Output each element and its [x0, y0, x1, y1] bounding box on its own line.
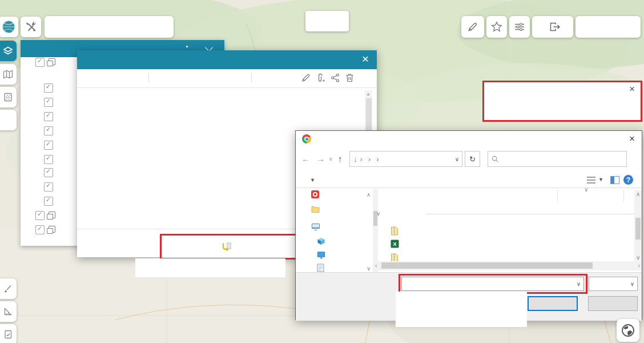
layer-symbol-icon [53, 197, 62, 206]
sidebar-scrollbar[interactable] [373, 189, 378, 272]
edit-button[interactable] [461, 16, 484, 38]
report-tool-button[interactable] [0, 324, 17, 343]
layer-checkbox[interactable] [44, 168, 53, 177]
layer-checkbox[interactable] [44, 112, 53, 121]
layer-checkbox[interactable] [35, 58, 45, 67]
zip-file-icon [391, 226, 399, 236]
filetype-dropdown-icon[interactable]: ∨ [630, 281, 634, 287]
toolbar-separator [296, 188, 642, 188]
layer-symbol-icon [53, 112, 62, 121]
open-button[interactable] [528, 296, 578, 311]
sidebar-item-desktop[interactable] [296, 250, 370, 261]
threed-tool-button[interactable] [0, 110, 17, 130]
language-switcher[interactable] [575, 16, 641, 38]
layer-checkbox[interactable] [35, 225, 45, 234]
globe-icon [621, 324, 635, 337]
task-result-toast: × [482, 81, 642, 122]
layer-checkbox[interactable] [44, 155, 53, 164]
tab-separator [251, 73, 252, 82]
legend-tool-button[interactable] [0, 87, 17, 107]
file-name-combobox[interactable]: ∨ [401, 277, 584, 291]
delete-icon[interactable] [345, 73, 354, 82]
favorites-button[interactable] [486, 16, 507, 38]
annotation-step1 [135, 258, 285, 277]
help-icon[interactable]: ? [623, 175, 633, 185]
layer-checkbox[interactable] [44, 141, 53, 150]
sidebar-item-knopka[interactable] [296, 204, 370, 216]
measure-tool-button[interactable] [0, 301, 17, 322]
sidebar-item-3d-objects[interactable] [296, 236, 370, 248]
edit-feature-icon[interactable] [301, 73, 311, 82]
downloads-folder-icon: ↓ [353, 155, 357, 163]
open-dialog-titlebar[interactable]: × [296, 131, 642, 147]
history-chevron-icon[interactable]: ∨ [329, 156, 333, 162]
up-icon[interactable]: ↑ [338, 154, 343, 163]
logout-icon [550, 22, 560, 31]
layer-checkbox[interactable] [44, 98, 53, 107]
layer-checkbox[interactable] [44, 126, 53, 135]
annotation-step2 [396, 292, 527, 327]
search-icon [492, 155, 499, 163]
sort-indicator-icon: ∨ [584, 186, 588, 193]
column-divider[interactable] [557, 190, 558, 202]
feature-dialog-close-icon[interactable]: × [362, 52, 369, 66]
map-tab-tooltip [305, 11, 349, 31]
basemap-globe-button[interactable] [617, 319, 639, 342]
breadcrumb[interactable]: ↓ › › › ∨ [349, 151, 462, 167]
tools-button[interactable] [21, 17, 41, 37]
file-type-combobox[interactable]: ∨ [589, 277, 638, 291]
settings-button[interactable] [509, 16, 530, 38]
layer-checkbox[interactable] [44, 197, 53, 206]
sliders-icon [514, 22, 525, 32]
filelist-hscrollbar[interactable]: ‹ › [373, 261, 642, 270]
open-dialog-close-icon[interactable]: × [629, 133, 635, 145]
layer-symbol-icon [53, 182, 62, 192]
file-name-input[interactable] [402, 279, 577, 289]
layer-checkbox[interactable] [35, 211, 45, 220]
preview-pane-icon[interactable] [610, 176, 619, 184]
import-highlight-box [160, 234, 297, 260]
file-group-header[interactable]: ∨ [376, 209, 384, 217]
explorer-search[interactable] [488, 151, 627, 167]
layer-group-icon [49, 212, 55, 218]
sidebar-scroll-down-icon[interactable]: ∨ [367, 265, 371, 272]
forward-icon[interactable]: → [316, 154, 325, 163]
filelist-vscrollbar[interactable]: ∧ ∨ [634, 190, 642, 261]
user-logout-button[interactable] [532, 16, 573, 38]
sidebar-scroll-up-icon[interactable]: ∧ [367, 192, 371, 198]
attach-file-icon[interactable] [316, 73, 325, 83]
filename-dropdown-icon[interactable]: ∨ [577, 281, 581, 287]
feature-dialog-header[interactable]: × [77, 50, 377, 69]
share-icon[interactable] [331, 73, 340, 82]
search-input[interactable] [51, 22, 168, 33]
back-icon[interactable]: ← [301, 154, 310, 163]
layer-symbol-icon [53, 168, 62, 177]
view-mode-icon[interactable] [587, 177, 595, 184]
legend-icon [3, 93, 13, 102]
column-divider[interactable] [623, 190, 624, 202]
basemaps-tool-button[interactable] [0, 64, 17, 85]
sidebar-item-version[interactable]: ∧ [296, 189, 370, 201]
map-search[interactable] [45, 16, 174, 38]
breadcrumb-separator: › [368, 155, 371, 163]
breadcrumb-dropdown-icon[interactable]: ∨ [455, 156, 459, 162]
layer-symbol-icon [53, 126, 62, 135]
cancel-button[interactable] [588, 296, 638, 311]
app-logo-button[interactable] [0, 17, 18, 37]
organize-menu[interactable]: ▼ [310, 175, 315, 184]
layers-icon [3, 46, 13, 55]
draw-tool-button[interactable] [0, 278, 17, 299]
view-dropdown-icon[interactable]: ▼ [598, 177, 603, 182]
svg-text:X: X [393, 241, 397, 247]
layers-tool-button[interactable] [0, 41, 17, 61]
group-collapse-icon[interactable]: ∨ [376, 210, 380, 217]
toast-close-icon[interactable]: × [629, 83, 635, 95]
layer-checkbox[interactable] [44, 182, 53, 192]
computer-icon [311, 222, 320, 231]
refresh-button[interactable]: ↻ [465, 151, 480, 167]
map-book-icon [3, 70, 13, 79]
explorer-search-input[interactable] [502, 154, 626, 164]
layer-checkbox[interactable] [44, 83, 53, 93]
breadcrumb-separator: › [376, 155, 379, 163]
sidebar-item-this-pc[interactable] [296, 221, 370, 233]
